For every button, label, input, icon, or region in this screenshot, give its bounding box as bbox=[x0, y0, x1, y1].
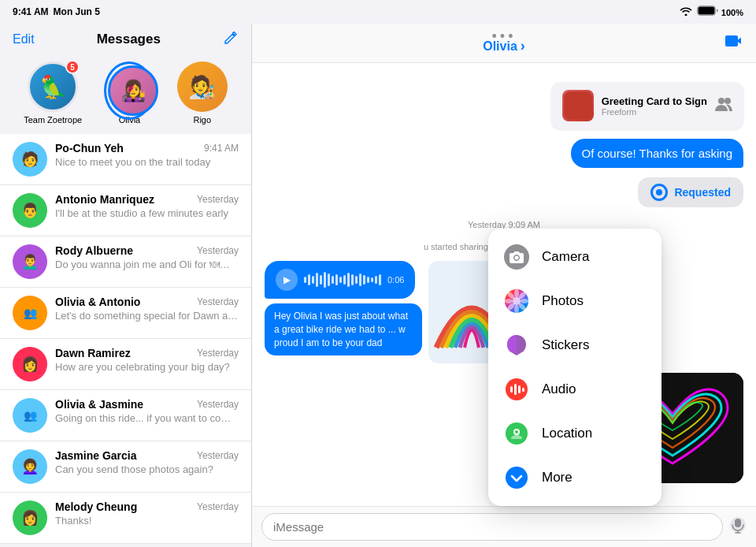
msg-preview-jasmine: Can you send those photos again? bbox=[55, 463, 239, 475]
pinned-conversations: 🦜 5 Team Zoetrope 👩‍🎤 Olivia bbox=[0, 55, 251, 134]
svg-point-18 bbox=[521, 299, 529, 303]
msg-content-olivia-antonio: Olivia & Antonio Yesterday Let's do some… bbox=[55, 296, 239, 322]
greeting-card-title: Greeting Card to Sign bbox=[602, 95, 707, 107]
stickers-icon bbox=[504, 333, 529, 358]
conversation-list: 🧑 Po-Chun Yeh 9:41 AM Nice to meet you o… bbox=[0, 134, 251, 547]
video-call-button[interactable] bbox=[724, 34, 743, 52]
msg-time-jasmine: Yesterday bbox=[197, 450, 239, 461]
greeting-card-message[interactable]: 🎨 Greeting Card to Sign Freeform bbox=[551, 82, 743, 129]
pinned-avatar-rigo: 🧑‍🎨 bbox=[177, 61, 228, 112]
battery-icon: 100% bbox=[697, 6, 743, 18]
avatar-olivia-jasmine: 👥 bbox=[13, 398, 47, 433]
msg-name-jasmine: Jasmine Garcia bbox=[55, 449, 137, 462]
status-date: Mon Jun 5 bbox=[54, 6, 100, 17]
greeting-card-text: Greeting Card to Sign Freeform bbox=[602, 95, 707, 117]
msg-name-olivia-antonio: Olivia & Antonio bbox=[55, 296, 140, 308]
messages-panel: Edit Messages 🦜 5 Team Zoetrope bbox=[0, 24, 252, 547]
msg-preview-dawn: How are you celebrating your big day? bbox=[55, 361, 239, 373]
msg-content-jasmine: Jasmine Garcia Yesterday Can you send th… bbox=[55, 449, 239, 475]
pinned-item-team[interactable]: 🦜 5 Team Zoetrope bbox=[24, 61, 82, 125]
msg-content-rody: Rody Albuerne Yesterday Do you wanna joi… bbox=[55, 244, 239, 270]
msg-time-pochun: 9:41 AM bbox=[204, 143, 239, 154]
pinned-avatar-rigo-wrap: 🧑‍🎨 bbox=[177, 61, 228, 112]
msg-content-pochun: Po-Chun Yeh 9:41 AM Nice to meet you on … bbox=[55, 142, 239, 168]
photos-icon bbox=[504, 288, 529, 314]
requested-dot-icon bbox=[650, 184, 668, 201]
conversation-item-jasmine[interactable]: 👩‍🦱 Jasmine Garcia Yesterday Can you sen… bbox=[0, 441, 251, 493]
pinned-avatar-olivia: 👩‍🎤 bbox=[108, 65, 158, 116]
conversation-item-melody[interactable]: 👩 Melody Cheung Yesterday Thanks! bbox=[0, 493, 251, 544]
menu-item-audio[interactable]: Audio bbox=[488, 367, 662, 411]
messages-title: Messages bbox=[97, 32, 161, 47]
msg-name-rody: Rody Albuerne bbox=[55, 244, 133, 257]
imessage-input[interactable] bbox=[261, 513, 723, 541]
more-icon bbox=[504, 465, 529, 490]
avatar-rody: 👨‍🦱 bbox=[13, 244, 47, 279]
avatar-olivia-antonio: 👥 bbox=[13, 296, 47, 330]
msg-content-antonio: Antonio Manriquez Yesterday I'll be at t… bbox=[55, 193, 239, 219]
menu-item-stickers[interactable]: Stickers bbox=[488, 323, 662, 367]
menu-item-location[interactable]: Location bbox=[488, 411, 662, 456]
msg-content-olivia-jasmine: Olivia & Jasmine Yesterday Going on this… bbox=[55, 398, 239, 424]
msg-content-dawn: Dawn Ramirez Yesterday How are you celeb… bbox=[55, 347, 239, 373]
svg-point-30 bbox=[515, 430, 518, 434]
avatar-antonio: 👨 bbox=[13, 193, 47, 228]
camera-icon bbox=[504, 244, 529, 270]
avatar-melody: 👩 bbox=[13, 500, 47, 535]
audio-play-button[interactable]: ▶ bbox=[276, 269, 298, 291]
stickers-label: Stickers bbox=[542, 337, 589, 353]
pinned-avatar-team-wrap: 🦜 5 bbox=[28, 61, 78, 112]
audio-bubble[interactable]: ▶ bbox=[265, 261, 415, 299]
pinned-item-rigo[interactable]: 🧑‍🎨 Rigo bbox=[177, 61, 228, 125]
msg-content-melody: Melody Cheung Yesterday Thanks! bbox=[55, 500, 239, 527]
main-layout: Edit Messages 🦜 5 Team Zoetrope bbox=[0, 24, 756, 547]
location-icon bbox=[504, 421, 529, 446]
svg-rect-25 bbox=[514, 384, 517, 395]
svg-point-16 bbox=[514, 305, 519, 314]
msg-preview-pochun: Nice to meet you on the trail today bbox=[55, 156, 239, 168]
svg-rect-24 bbox=[510, 386, 513, 393]
svg-point-17 bbox=[505, 299, 513, 303]
wifi-icon bbox=[680, 6, 692, 18]
requested-button[interactable]: Requested bbox=[638, 177, 743, 207]
menu-item-camera[interactable]: Camera bbox=[488, 235, 662, 279]
menu-item-photos[interactable]: Photos bbox=[488, 279, 662, 323]
svg-point-5 bbox=[724, 98, 731, 104]
audio-input-button[interactable] bbox=[729, 516, 747, 538]
conversation-item-antonio[interactable]: 👨 Antonio Manriquez Yesterday I'll be at… bbox=[0, 185, 251, 236]
msg-time-olivia-antonio: Yesterday bbox=[197, 296, 239, 307]
avatar-pochun: 🧑 bbox=[13, 142, 47, 177]
audio-icon bbox=[504, 377, 529, 402]
svg-rect-1 bbox=[698, 7, 714, 15]
svg-point-15 bbox=[514, 289, 519, 298]
status-bar: 9:41 AM Mon Jun 5 100% bbox=[0, 0, 756, 24]
conversation-item-olivia-antonio[interactable]: 👥 Olivia & Antonio Yesterday Let's do so… bbox=[0, 288, 251, 339]
conversation-item-olivia-jasmine[interactable]: 👥 Olivia & Jasmine Yesterday Going on th… bbox=[0, 390, 251, 441]
pinned-item-olivia[interactable]: 👩‍🎤 Olivia bbox=[104, 61, 154, 125]
audio-message-group: ▶ bbox=[265, 261, 515, 363]
greeting-card-icon: 🎨 bbox=[562, 90, 594, 121]
compose-button[interactable] bbox=[223, 30, 239, 49]
conversation-item-pochun[interactable]: 🧑 Po-Chun Yeh 9:41 AM Nice to meet you o… bbox=[0, 134, 251, 185]
status-bar-left: 9:41 AM Mon Jun 5 bbox=[13, 6, 100, 17]
chat-header: ••• Olivia › bbox=[252, 24, 756, 63]
msg-preview-melody: Thanks! bbox=[55, 515, 239, 527]
messages-header: Edit Messages bbox=[0, 24, 251, 55]
msg-preview-rody: Do you wanna join me and Oli for 🍽🔍 brea… bbox=[55, 259, 239, 270]
unread-badge-team: 5 bbox=[65, 60, 80, 74]
svg-point-12 bbox=[515, 256, 519, 260]
msg-name-pochun: Po-Chun Yeh bbox=[55, 142, 124, 154]
bubble-sent-thanks: Of course! Thanks for asking bbox=[571, 139, 743, 168]
conversation-item-dawn[interactable]: 👩 Dawn Ramirez Yesterday How are you cel… bbox=[0, 339, 251, 390]
audio-label: Audio bbox=[542, 381, 576, 397]
msg-name-dawn: Dawn Ramirez bbox=[55, 347, 131, 359]
more-label: More bbox=[542, 470, 573, 486]
status-bar-right: 100% bbox=[680, 6, 743, 18]
avatar-dawn: 👩 bbox=[13, 347, 47, 381]
svg-point-4 bbox=[718, 98, 724, 104]
chevron-icon: › bbox=[521, 38, 525, 54]
conversation-item-rody[interactable]: 👨‍🦱 Rody Albuerne Yesterday Do you wanna… bbox=[0, 236, 251, 288]
edit-button[interactable]: Edit bbox=[13, 32, 35, 47]
msg-time-antonio: Yesterday bbox=[197, 194, 239, 205]
menu-item-more[interactable]: More bbox=[488, 456, 662, 500]
